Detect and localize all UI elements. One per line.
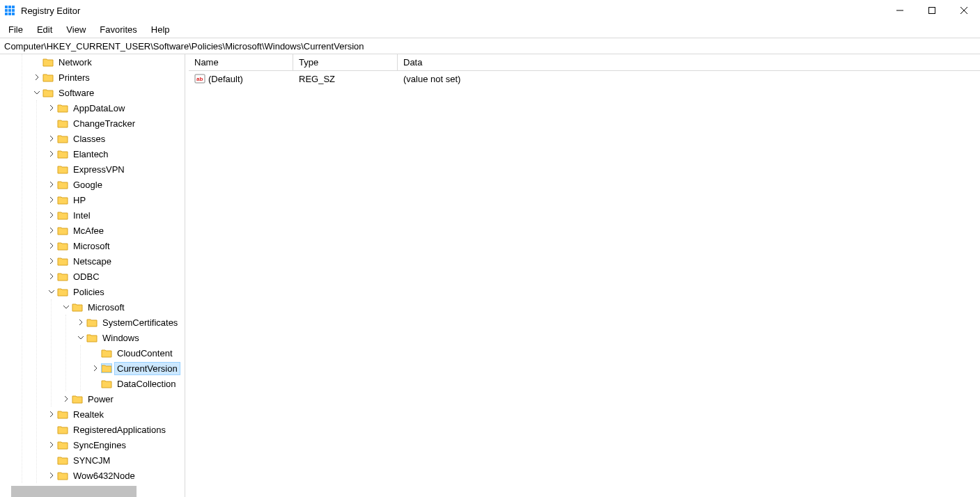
folder-icon <box>42 57 54 67</box>
string-value-icon: ab <box>194 73 205 84</box>
svg-rect-1 <box>8 6 11 8</box>
chevron-right-icon[interactable] <box>46 225 57 236</box>
tree-item-software[interactable]: Software <box>31 85 185 100</box>
tree-item-cloudcontent[interactable]: CloudContent <box>90 345 185 361</box>
chevron-down-icon[interactable] <box>46 286 57 297</box>
tree-item-changetracker[interactable]: ChangeTracker <box>46 116 185 131</box>
tree-item-power[interactable]: Power <box>61 391 185 407</box>
values-body[interactable]: ab (Default) REG_SZ (value not set) <box>189 71 980 497</box>
svg-rect-7 <box>8 13 11 15</box>
chevron-right-icon[interactable] <box>46 271 57 282</box>
tree-item-mcafee[interactable]: McAfee <box>46 223 185 238</box>
tree-item-policies-microsoft[interactable]: Microsoft <box>61 299 185 315</box>
value-type: REG_SZ <box>299 74 335 84</box>
maximize-button[interactable] <box>916 0 948 21</box>
folder-icon <box>57 226 68 235</box>
chevron-right-icon[interactable] <box>46 194 57 205</box>
tree-item-intel[interactable]: Intel <box>46 207 185 223</box>
tree-item-netscape[interactable]: Netscape <box>46 253 185 269</box>
chevron-right-icon[interactable] <box>46 439 57 450</box>
column-header-name-label: Name <box>194 57 219 68</box>
folder-icon <box>42 88 54 97</box>
folder-icon <box>57 164 68 174</box>
tree-label: Classes <box>71 133 107 145</box>
tree-item-currentversion[interactable]: CurrentVersion <box>90 361 185 376</box>
svg-rect-6 <box>5 13 8 15</box>
svg-rect-2 <box>12 6 15 8</box>
tree-label: Power <box>86 393 116 405</box>
chevron-right-icon[interactable] <box>46 240 57 251</box>
menu-edit[interactable]: Edit <box>30 23 59 36</box>
tree-item-hp[interactable]: HP <box>46 192 185 207</box>
chevron-right-icon[interactable] <box>61 393 72 404</box>
svg-rect-4 <box>8 9 11 12</box>
tree-label: HP <box>71 194 88 206</box>
tree-label: Windows <box>100 332 141 344</box>
tree-label: ChangeTracker <box>71 118 137 129</box>
tree-item-odbc[interactable]: ODBC <box>46 269 185 284</box>
horizontal-scrollbar[interactable] <box>11 486 137 497</box>
tree-item-policies[interactable]: Policies <box>46 284 185 299</box>
chevron-right-icon[interactable] <box>46 102 57 113</box>
tree-item-printers[interactable]: Printers <box>31 70 185 85</box>
chevron-right-icon[interactable] <box>46 470 57 481</box>
chevron-right-icon[interactable] <box>46 409 57 420</box>
tree-label: ODBC <box>71 271 102 283</box>
menu-help[interactable]: Help <box>144 23 177 36</box>
tree-item-classes[interactable]: Classes <box>46 131 185 146</box>
address-input[interactable] <box>3 40 977 52</box>
folder-icon <box>57 440 68 450</box>
tree-item-microsoft[interactable]: Microsoft <box>46 238 185 253</box>
chevron-right-icon[interactable] <box>46 179 57 190</box>
tree-label: Printers <box>56 72 92 84</box>
close-button[interactable] <box>948 0 980 21</box>
chevron-right-icon[interactable] <box>46 210 57 221</box>
chevron-right-icon[interactable] <box>46 148 57 159</box>
tree-label: Microsoft <box>86 301 127 313</box>
column-header-data[interactable]: Data <box>398 54 644 70</box>
folder-icon <box>57 471 68 480</box>
tree-item-windows[interactable]: Windows <box>75 330 185 345</box>
tree-item-expressvpn[interactable]: ExpressVPN <box>46 161 185 177</box>
chevron-down-icon[interactable] <box>31 87 42 98</box>
folder-icon <box>57 134 68 143</box>
tree-item-network[interactable]: Network <box>31 54 185 70</box>
tree-label: Microsoft <box>71 240 112 252</box>
tree-item-datacollection[interactable]: DataCollection <box>90 376 185 391</box>
folder-icon <box>57 210 68 220</box>
chevron-right-icon[interactable] <box>31 72 42 83</box>
chevron-right-icon[interactable] <box>46 133 57 144</box>
tree-item-google[interactable]: Google <box>46 177 185 192</box>
column-header-type[interactable]: Type <box>293 54 398 70</box>
tree-item-syncjm[interactable]: SYNCJM <box>46 452 185 468</box>
tree-item-realtek[interactable]: Realtek <box>46 407 185 422</box>
folder-icon <box>57 271 68 281</box>
menu-file[interactable]: File <box>1 23 30 36</box>
tree-item-wow6432node[interactable]: Wow6432Node <box>46 468 185 483</box>
tree-item-elantech[interactable]: Elantech <box>46 146 185 161</box>
svg-rect-9 <box>929 8 935 14</box>
tree-label: CloudContent <box>115 347 175 359</box>
menu-view[interactable]: View <box>59 23 93 36</box>
chevron-down-icon[interactable] <box>61 301 72 313</box>
tree-item-registeredapplications[interactable]: RegisteredApplications <box>46 422 185 437</box>
menu-favorites[interactable]: Favorites <box>93 23 143 36</box>
svg-rect-0 <box>5 6 8 8</box>
folder-icon <box>57 118 68 128</box>
tree-item-systemcertificates[interactable]: SystemCertificates <box>75 315 185 330</box>
tree-item-syncengines[interactable]: SyncEngines <box>46 437 185 452</box>
chevron-right-icon[interactable] <box>75 317 86 328</box>
column-header-type-label: Type <box>299 57 318 68</box>
chevron-down-icon[interactable] <box>75 332 86 343</box>
tree-item-appdatalow[interactable]: AppDataLow <box>46 100 185 116</box>
tree-scroll[interactable]: Network Printers <box>0 54 185 497</box>
values-pane: Name Type Data ab (Default) REG_SZ (valu… <box>189 54 980 497</box>
chevron-right-icon[interactable] <box>46 255 57 267</box>
chevron-right-icon[interactable] <box>90 363 101 374</box>
column-header-name[interactable]: Name <box>189 54 293 70</box>
tree-label: Netscape <box>71 255 114 267</box>
tree-label: McAfee <box>71 225 106 237</box>
value-row[interactable]: ab (Default) REG_SZ (value not set) <box>189 71 980 86</box>
minimize-button[interactable] <box>884 0 916 21</box>
tree-label: SYNCJM <box>71 455 112 466</box>
